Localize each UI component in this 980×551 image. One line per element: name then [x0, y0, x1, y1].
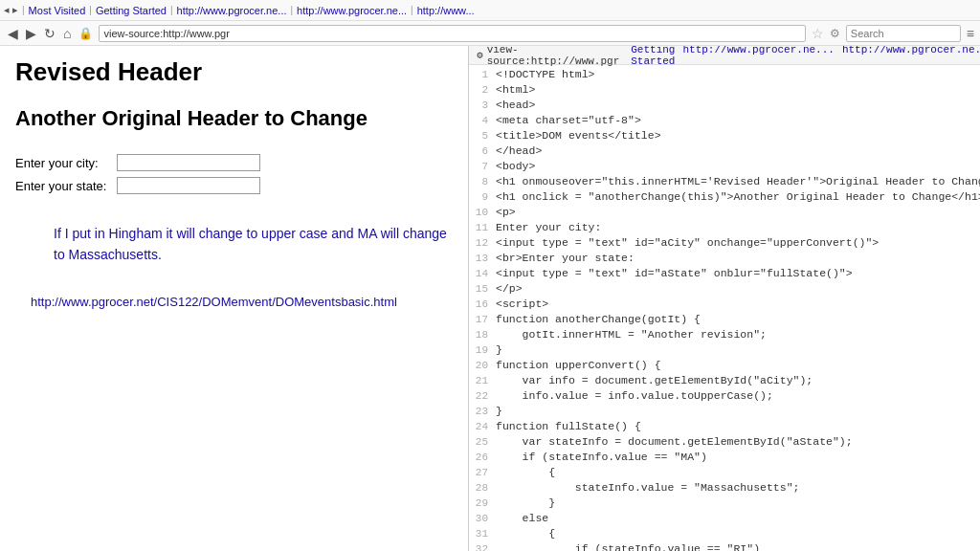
source-line: 5<title>DOM events</title>	[469, 128, 980, 143]
source-header: ⚙ view-source:http://www.pgr Getting Sta…	[469, 46, 980, 65]
source-line: 13<br>Enter your state:	[469, 251, 980, 266]
line-number: 6	[469, 143, 496, 159]
city-label: Enter your city:	[15, 156, 111, 170]
address-input[interactable]	[99, 25, 805, 42]
source-tab-icon: ⚙	[477, 49, 483, 61]
line-number: 9	[469, 189, 496, 205]
line-number: 8	[469, 174, 496, 189]
line-code: <input type = "text" id="aState" onblur=…	[496, 266, 853, 281]
nav-link-getting-started[interactable]: Getting Started	[96, 5, 167, 16]
line-code: stateInfo.value = "Massachusetts";	[496, 480, 799, 496]
src-bm-2[interactable]: http://www.pgrocer.ne...	[842, 46, 980, 67]
source-line: 20function upperConvert() {	[469, 358, 980, 373]
state-input[interactable]	[117, 177, 260, 194]
address-bar-row: ◀ ▶ ↻ ⌂ 🔒 ☆ ⚙ ≡	[0, 21, 980, 46]
line-number: 25	[469, 434, 496, 450]
src-bm-1[interactable]: http://www.pgrocer.ne...	[682, 46, 834, 67]
line-number: 4	[469, 113, 496, 128]
main-content: Revised Header Another Original Header t…	[0, 46, 980, 551]
source-line: 25 var stateInfo = document.getElementBy…	[469, 434, 980, 450]
info-text: If I put in Hingham it will change to up…	[54, 223, 453, 266]
line-code: <html>	[496, 82, 535, 98]
line-code: else	[496, 511, 548, 526]
page-panel: Revised Header Another Original Header t…	[0, 46, 469, 551]
source-line: 21 var info = document.getElementById("a…	[469, 373, 980, 388]
source-line: 8<h1 onmouseover="this.innerHTML='Revise…	[469, 174, 980, 189]
source-tab-label: view-source:http://www.pgr	[487, 46, 620, 67]
line-code: info.value = info.value.toUpperCase();	[496, 388, 773, 404]
source-line: 23}	[469, 404, 980, 419]
line-code: Enter your city:	[496, 220, 601, 235]
nav-link-2[interactable]: http://www.pgrocer.ne...	[297, 5, 407, 16]
line-number: 2	[469, 82, 496, 98]
source-line: 9<h1 onclick = "anotherChange(this)">Ano…	[469, 189, 980, 205]
line-number: 27	[469, 465, 496, 480]
bookmark-star-icon[interactable]: ☆	[812, 26, 824, 41]
line-number: 12	[469, 235, 496, 251]
source-body: 1<!DOCTYPE html>2<html>3<head>4<meta cha…	[469, 65, 980, 551]
line-number: 13	[469, 251, 496, 266]
line-number: 5	[469, 128, 496, 143]
source-line: 11Enter your city:	[469, 220, 980, 235]
line-number: 3	[469, 98, 496, 113]
source-line: 3<head>	[469, 98, 980, 113]
line-code: }	[496, 496, 555, 511]
source-line: 32 if (stateInfo.value == "RI")	[469, 541, 980, 551]
line-number: 19	[469, 342, 496, 358]
source-line: 29 }	[469, 496, 980, 511]
src-bm-getting-started[interactable]: Getting Started	[631, 46, 675, 67]
nav-icon-fwd[interactable]: ▸	[12, 4, 18, 16]
nav-separator: |	[22, 5, 25, 15]
nav-link-most-visited[interactable]: Most Visited	[29, 5, 86, 16]
source-line: 27 {	[469, 465, 980, 480]
line-code: <script>	[496, 297, 548, 312]
source-line: 26 if (stateInfo.value == "MA")	[469, 450, 980, 465]
source-line: 2<html>	[469, 82, 980, 98]
line-code: if (stateInfo.value == "MA")	[496, 450, 707, 465]
line-code: <input type = "text" id="aCity" onchange…	[496, 235, 879, 251]
page-heading-2: Another Original Header to Change	[15, 106, 453, 131]
line-number: 30	[469, 511, 496, 526]
line-number: 23	[469, 404, 496, 419]
address-controls: ◀ ▶ ↻ ⌂	[6, 26, 73, 41]
source-line: 24function fullState() {	[469, 419, 980, 434]
line-code: {	[496, 526, 555, 541]
nav-icon-back[interactable]: ◂	[4, 4, 10, 16]
nav-separator5: |	[411, 5, 413, 15]
secure-icon: 🔒	[78, 27, 93, 40]
page-heading-1: Revised Header	[15, 57, 453, 87]
line-number: 14	[469, 266, 496, 281]
line-number: 15	[469, 281, 496, 297]
home-button[interactable]: ⌂	[61, 26, 73, 41]
page-link[interactable]: http://www.pgrocer.net/CIS122/DOMemvent/…	[31, 295, 453, 309]
nav-link-1[interactable]: http://www.pgrocer.ne...	[177, 5, 287, 16]
reload-button[interactable]: ↻	[42, 26, 57, 41]
line-code: </head>	[496, 143, 542, 159]
source-line: 15</p>	[469, 281, 980, 297]
source-line: 17function anotherChange(gotIt) {	[469, 312, 980, 327]
line-code: <head>	[496, 98, 535, 113]
back-button[interactable]: ◀	[6, 26, 20, 41]
nav-separator3: |	[170, 5, 173, 15]
line-number: 28	[469, 480, 496, 496]
source-line: 7<body>	[469, 159, 980, 174]
line-number: 17	[469, 312, 496, 327]
search-input[interactable]	[846, 25, 961, 42]
line-code: <title>DOM events</title>	[496, 128, 661, 143]
line-number: 7	[469, 159, 496, 174]
line-code: </p>	[496, 281, 523, 297]
line-code: <br>Enter your state:	[496, 251, 635, 266]
source-line: 12<input type = "text" id="aCity" onchan…	[469, 235, 980, 251]
settings-icon[interactable]: ⚙	[830, 27, 840, 40]
source-line: 18 gotIt.innerHTML = "Another revision";	[469, 327, 980, 342]
forward-button[interactable]: ▶	[24, 26, 38, 41]
line-number: 11	[469, 220, 496, 235]
source-line: 4<meta charset="utf-8">	[469, 113, 980, 128]
nav-link-3[interactable]: http://www...	[417, 5, 475, 16]
city-input[interactable]	[117, 154, 260, 171]
city-form-row: Enter your city:	[15, 154, 453, 171]
line-number: 26	[469, 450, 496, 465]
source-line: 1<!DOCTYPE html>	[469, 67, 980, 82]
menu-icon[interactable]: ≡	[967, 26, 974, 41]
line-number: 20	[469, 358, 496, 373]
